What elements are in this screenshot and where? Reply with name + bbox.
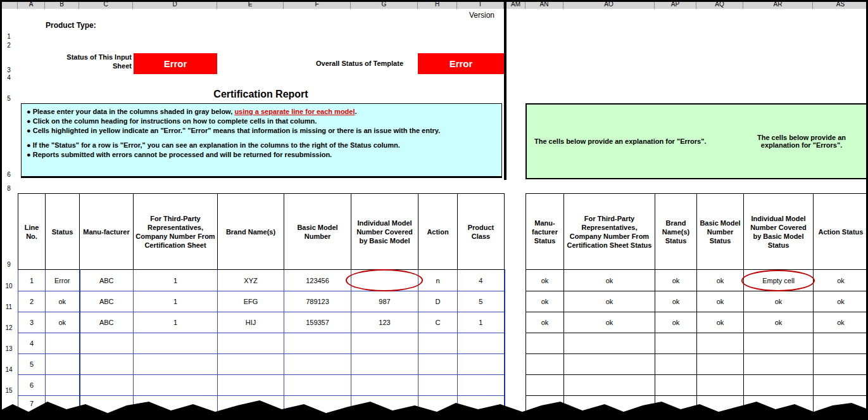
cell-manufacturer[interactable]: ABC bbox=[80, 270, 134, 291]
cell-manufacturer[interactable] bbox=[80, 375, 134, 396]
cell-individual-model-status[interactable] bbox=[744, 354, 814, 375]
header-product-class[interactable]: Product Class bbox=[458, 194, 505, 270]
cell-product-class[interactable]: 4 bbox=[458, 270, 505, 291]
select-all-corner[interactable] bbox=[0, 0, 18, 9]
cell-manufacturer[interactable]: ABC bbox=[80, 312, 134, 333]
cell-manufacturer[interactable] bbox=[80, 333, 134, 354]
cell-manufacturer[interactable] bbox=[80, 354, 134, 375]
cell-individual-model[interactable]: 987 bbox=[351, 291, 418, 312]
header-brand-name-status[interactable]: Brand Name(s) Status bbox=[655, 194, 697, 270]
header-company-number[interactable]: For Third-Party Representatives, Company… bbox=[134, 194, 218, 270]
cell-individual-model-status[interactable] bbox=[744, 333, 814, 354]
cell-company-number[interactable]: 1 bbox=[134, 312, 218, 333]
cell-action[interactable]: D bbox=[418, 291, 458, 312]
cell-brand-name-status[interactable] bbox=[655, 375, 697, 396]
cell-action[interactable] bbox=[418, 333, 458, 354]
cell-status[interactable] bbox=[46, 375, 80, 396]
cell-action-status[interactable] bbox=[814, 333, 868, 354]
cell-action-status[interactable] bbox=[814, 354, 868, 375]
cell-company-number[interactable] bbox=[134, 375, 218, 396]
column-header-F[interactable]: F bbox=[284, 0, 351, 9]
cell-individual-model-status[interactable] bbox=[744, 375, 814, 396]
cell-action-status[interactable] bbox=[814, 375, 868, 396]
cell-status-error[interactable]: Error bbox=[46, 270, 80, 291]
cell-action[interactable] bbox=[418, 375, 458, 396]
cell-product-class[interactable]: 1 bbox=[458, 312, 505, 333]
cell-basic-model-status[interactable] bbox=[697, 354, 744, 375]
cell-basic-model[interactable]: 123456 bbox=[284, 270, 351, 291]
cell-manufacturer-status[interactable]: ok bbox=[526, 312, 564, 333]
cell-manufacturer[interactable]: ABC bbox=[80, 291, 134, 312]
column-header-H[interactable]: H bbox=[418, 0, 457, 9]
cell-manufacturer-status[interactable]: ok bbox=[526, 291, 564, 312]
cell-basic-model[interactable]: 789123 bbox=[284, 291, 351, 312]
column-header-B[interactable]: B bbox=[45, 0, 79, 9]
cell-action[interactable]: n bbox=[418, 270, 458, 291]
cell-brand-name-status[interactable]: ok bbox=[655, 270, 697, 291]
row-header-9[interactable]: 9 bbox=[1, 261, 16, 269]
cell-company-number[interactable]: 1 bbox=[134, 270, 218, 291]
cell-brand-name-status[interactable]: ok bbox=[655, 312, 697, 333]
header-manufacturer[interactable]: Manu-facturer bbox=[80, 194, 134, 270]
header-brand-name[interactable]: Brand Name(s) bbox=[218, 194, 284, 270]
cell-individual-model-empty[interactable] bbox=[351, 270, 418, 291]
cell-line-no[interactable]: 6 bbox=[18, 375, 46, 396]
column-header-AO[interactable]: AO bbox=[563, 0, 655, 9]
cell-status-ok[interactable]: ok bbox=[46, 312, 80, 333]
column-header-AM[interactable]: AM bbox=[506, 0, 525, 9]
row-header-5[interactable]: 5 bbox=[1, 95, 16, 103]
cell-brand-name[interactable] bbox=[218, 354, 284, 375]
column-header-I[interactable]: I bbox=[457, 0, 504, 9]
row-header-2[interactable]: 2 bbox=[1, 42, 16, 50]
column-header-E[interactable]: E bbox=[217, 0, 284, 9]
header-line-no[interactable]: Line No. bbox=[18, 194, 46, 270]
cell-basic-model-status[interactable] bbox=[697, 375, 744, 396]
cell-action[interactable] bbox=[418, 354, 458, 375]
column-header-AP[interactable]: AP bbox=[655, 0, 696, 9]
cell-company-number[interactable]: 1 bbox=[134, 291, 218, 312]
header-action[interactable]: Action bbox=[418, 194, 458, 270]
cell-brand-name[interactable]: XYZ bbox=[218, 270, 284, 291]
row-header-4[interactable]: 4 bbox=[1, 74, 16, 82]
cell-manufacturer-status[interactable]: ok bbox=[526, 270, 564, 291]
row-header-1[interactable]: 1 bbox=[1, 33, 16, 41]
cell-action-status[interactable]: ok bbox=[814, 270, 868, 291]
header-basic-model-status[interactable]: Basic Model Number Status bbox=[697, 194, 744, 270]
cell-company-number-status[interactable] bbox=[564, 354, 655, 375]
column-header-AQ[interactable]: AQ bbox=[696, 0, 743, 9]
cell-product-class[interactable] bbox=[458, 333, 505, 354]
column-header-A[interactable]: A bbox=[18, 0, 45, 9]
cell-product-class[interactable] bbox=[458, 354, 505, 375]
cell-product-class[interactable]: 5 bbox=[458, 291, 505, 312]
header-individual-model-status[interactable]: Individual Model Number Covered by Basic… bbox=[744, 194, 814, 270]
column-header-AN[interactable]: AN bbox=[525, 0, 563, 9]
cell-brand-name-status[interactable] bbox=[655, 354, 697, 375]
row-header-14[interactable]: 14 bbox=[1, 366, 16, 374]
cell-basic-model[interactable] bbox=[284, 354, 351, 375]
row-header-10[interactable]: 10 bbox=[1, 283, 16, 291]
cell-individual-model[interactable]: 123 bbox=[351, 312, 418, 333]
cell-basic-model-status[interactable] bbox=[697, 333, 744, 354]
row-header-13[interactable]: 13 bbox=[1, 345, 16, 353]
row-header-12[interactable]: 12 bbox=[1, 324, 16, 333]
cell-brand-name-status[interactable]: ok bbox=[655, 291, 697, 312]
cell-basic-model[interactable] bbox=[284, 375, 351, 396]
cell-company-number-status[interactable]: ok bbox=[564, 312, 655, 333]
cell-status[interactable] bbox=[46, 354, 80, 375]
cell-line-no[interactable]: 4 bbox=[18, 333, 46, 354]
cell-basic-model-status[interactable]: ok bbox=[697, 291, 744, 312]
cell-status-ok[interactable]: ok bbox=[46, 291, 80, 312]
cell-status[interactable] bbox=[46, 333, 80, 354]
cell-product-class[interactable] bbox=[458, 375, 505, 396]
header-action-status[interactable]: Action Status bbox=[814, 194, 868, 270]
cell-individual-model[interactable] bbox=[351, 375, 418, 396]
header-status[interactable]: Status bbox=[46, 194, 80, 270]
cell-company-number-status[interactable]: ok bbox=[564, 270, 655, 291]
cell-individual-model[interactable] bbox=[351, 354, 418, 375]
column-header-D[interactable]: D bbox=[133, 0, 217, 9]
cell-company-number-status[interactable] bbox=[564, 333, 655, 354]
header-manufacturer-status[interactable]: Manu-facturer Status bbox=[526, 194, 564, 270]
cell-basic-model-status[interactable]: ok bbox=[697, 270, 744, 291]
cell-manufacturer-status[interactable] bbox=[526, 354, 564, 375]
cell-manufacturer-status[interactable] bbox=[526, 333, 564, 354]
